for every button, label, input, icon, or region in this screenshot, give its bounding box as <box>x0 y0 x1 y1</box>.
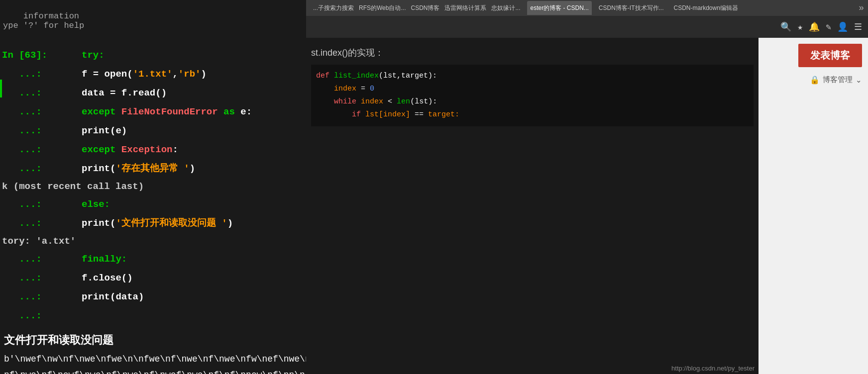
blog-manage[interactable]: 🔒 博客管理 ⌄ <box>810 75 862 85</box>
sidebar: 发表博客 🔒 博客管理 ⌄ <box>759 38 868 374</box>
prompt-8: ...: <box>2 195 82 214</box>
main-content: st.index()的实现： def list_index(lst,target… <box>306 38 868 374</box>
tab-4[interactable]: CSDN-markdown编辑器 <box>671 1 741 15</box>
code-display-line-1: def list_index(lst,target): <box>316 70 749 83</box>
footer-url: http://blog.csdn.net/py_tester <box>671 365 755 372</box>
code-display-line-4: if lst[index] == target: <box>316 108 749 121</box>
history-line: tory: 'a.txt' <box>0 233 306 250</box>
post-button[interactable]: 发表博客 <box>798 44 862 67</box>
active-line-indicator <box>0 80 2 97</box>
code-line-4: ...: except FileNotFoundError as e: <box>0 102 306 121</box>
user-icon[interactable]: 👤 <box>837 21 848 32</box>
code-line-9: ...: print('文件打开和读取没问题 ') <box>0 214 306 233</box>
code-line-6: ...: except Exception: <box>0 140 306 159</box>
lock-icon: 🔒 <box>810 75 820 85</box>
search-icon[interactable]: 🔍 <box>780 21 791 32</box>
code-line-5: ...: print(e) <box>0 121 306 140</box>
chevron-down-icon: ⌄ <box>856 76 862 85</box>
terminal-info: information ype '?' for help <box>0 0 306 42</box>
code-content-area: st.index()的实现： def list_index(lst,target… <box>306 38 759 374</box>
prompt-7: ...: <box>2 159 82 178</box>
prompt-5: ...: <box>2 121 82 140</box>
prompt-9: ...: <box>2 214 82 233</box>
output-area: 文件打开和读取没问题 b'\nwef\nw\nf\nwe\nfwe\n\nfwe… <box>0 329 306 374</box>
prompt-10: ...: <box>2 250 82 269</box>
code-line-11: ...: f.close() <box>0 269 306 287</box>
prompt-4: ...: <box>2 102 82 121</box>
byte-output-1: b'\nwef\nw\nf\nwe\nfwe\n\nfwe\nf\nwe\nf\… <box>2 351 304 367</box>
bell-icon[interactable]: 🔔 <box>809 21 820 32</box>
terminal-panel: information ype '?' for help In [63]: tr… <box>0 0 306 374</box>
browser-tabs[interactable]: ...子搜索力搜索 RFS的Web自动... CSDN博客 迅雷网络计算系 忠奴… <box>306 0 868 16</box>
nav-bar: 🔍 ★ 🔔 ✎ 👤 ☰ <box>306 16 868 38</box>
code-line-7: ...: print('存在其他异常 ') <box>0 159 306 178</box>
prompt-6: ...: <box>2 140 82 159</box>
prompt-12: ...: <box>2 287 82 306</box>
prompt-11: ...: <box>2 269 82 287</box>
star-icon[interactable]: ★ <box>797 21 803 32</box>
edit-icon[interactable]: ✎ <box>826 21 831 32</box>
blog-manage-label: 博客管理 <box>823 75 853 85</box>
prompt-3: ...: <box>2 84 82 102</box>
prompt-1: In [63]: <box>2 46 82 65</box>
prompt-2: ...: <box>2 65 82 84</box>
tab-2[interactable]: ester的博客 - CSDN... <box>527 1 591 15</box>
code-line-2: ...: f = open('1.txt','rb') <box>0 65 306 84</box>
code-line-1: In [63]: try: <box>0 46 306 65</box>
traceback-line: k (most recent call last) <box>0 178 306 195</box>
tabs-overflow[interactable]: » <box>859 3 864 13</box>
code-display-line-2: index = 0 <box>316 83 749 95</box>
tab-1[interactable]: ...子搜索力搜索 RFS的Web自动... CSDN博客 迅雷网络计算系 忠奴… <box>310 1 523 15</box>
code-line-8: ...: else: <box>0 195 306 214</box>
code-line-3: ...: data = f.read() <box>0 84 306 102</box>
code-block: In [63]: try: ...: f = open('1.txt','rb'… <box>0 42 306 329</box>
code-display: def list_index(lst,target): index = 0 wh… <box>311 65 754 126</box>
code-line-10: ...: finally: <box>0 250 306 269</box>
nav-icons[interactable]: 🔍 ★ 🔔 ✎ 👤 ☰ <box>780 21 862 32</box>
section-title: st.index()的实现： <box>311 43 754 63</box>
menu-icon[interactable]: ☰ <box>854 21 862 32</box>
byte-output-2: nf\nwe\nf\newf\nwe\nf\nwe\nf\nwef\nwe\nf… <box>2 367 304 374</box>
browser-panel: ...子搜索力搜索 RFS的Web自动... CSDN博客 迅雷网络计算系 忠奴… <box>306 0 868 374</box>
code-line-12: ...: print(data) <box>0 287 306 306</box>
output-success: 文件打开和读取没问题 <box>2 331 304 351</box>
prompt-13: ...: <box>2 306 82 325</box>
code-display-line-3: while index < len(lst): <box>316 95 749 108</box>
tab-3[interactable]: CSDN博客-IT技术写作... <box>596 1 667 15</box>
code-line-13: ...: <box>0 306 306 325</box>
